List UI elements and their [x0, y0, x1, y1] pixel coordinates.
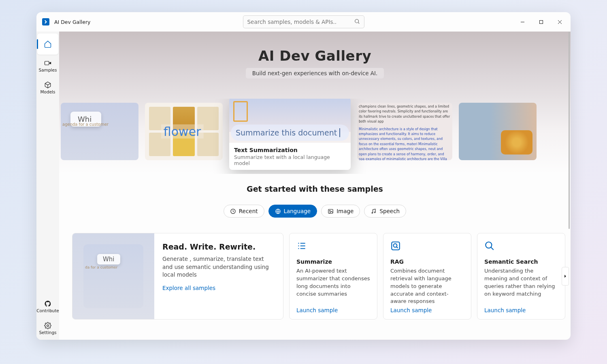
svg-rect-6	[328, 209, 333, 213]
minimize-button[interactable]	[513, 15, 532, 28]
svg-point-9	[375, 212, 376, 213]
nav-label: Samples	[39, 68, 57, 72]
nav-label: Models	[40, 89, 55, 94]
chip-language[interactable]: Language	[268, 205, 317, 218]
card-desc: An AI-powered text summarizer that conde…	[296, 267, 370, 298]
nav-samples[interactable]: Samples	[37, 55, 58, 76]
chip-label: Language	[284, 208, 311, 214]
search-doc-icon	[390, 241, 464, 253]
music-icon	[371, 208, 377, 214]
carousel-featured-card[interactable]: Summarize this document Text Summarizati…	[229, 99, 351, 170]
magnify-icon	[484, 241, 558, 253]
cube-icon	[44, 81, 51, 89]
card-title: Read. Write. Rewrite.	[162, 242, 275, 251]
carousel-card[interactable]: Whi agenda for a customer	[61, 103, 138, 160]
list-icon	[296, 241, 370, 253]
svg-rect-10	[392, 242, 400, 250]
hero: AI Dev Gallery Build next-gen experience…	[59, 32, 571, 174]
maximize-button[interactable]	[532, 15, 550, 28]
carousel-card[interactable]	[459, 103, 537, 160]
hero-title: AI Dev Gallery	[59, 48, 571, 64]
chip-image[interactable]: Image	[321, 205, 360, 218]
thumb-sub: da for a customer	[85, 265, 117, 269]
card-desc: Generate , summarize, translate text and…	[162, 255, 275, 279]
nav-rail: Samples Models Contribute Settings	[36, 32, 59, 340]
nav-contribute[interactable]: Contribute	[37, 296, 58, 317]
close-button[interactable]	[550, 15, 569, 28]
card-thumbnail: Whi da for a customer	[72, 233, 154, 319]
launch-link[interactable]: Launch sample	[390, 307, 464, 313]
launch-link[interactable]: Launch sample	[296, 307, 370, 313]
sample-card-rag[interactable]: RAG Combines document retrieval with lan…	[383, 233, 471, 320]
card-para: champions clean lines, geometric shapes,…	[359, 104, 451, 125]
app-title: AI Dev Gallery	[54, 19, 90, 25]
featured-title: Text Summarization	[234, 147, 346, 153]
clock-icon	[230, 208, 236, 214]
sample-cards: Whi da for a customer Read. Write. Rewri…	[59, 222, 571, 330]
svg-point-12	[486, 242, 492, 248]
search-icon	[354, 18, 360, 26]
card-title: RAG	[390, 258, 464, 265]
featured-sample-card[interactable]: Whi da for a customer Read. Write. Rewri…	[72, 233, 283, 320]
section-title: Get started with these samples	[72, 184, 558, 193]
chip-label: Image	[337, 208, 354, 214]
card-desc: Combines document retrieval with languag…	[390, 267, 464, 305]
sample-card-summarize[interactable]: Summarize An AI-powered text summarizer …	[289, 233, 377, 320]
card-para: Minimalistic architecture is a style of …	[359, 127, 451, 160]
launch-link[interactable]: Launch sample	[484, 307, 558, 313]
sample-card-semantic[interactable]: Semantic Search Understanding the meanin…	[477, 233, 565, 320]
nav-label: Contribute	[36, 308, 59, 313]
nav-settings[interactable]: Settings	[37, 318, 58, 339]
carousel-next-button[interactable]	[562, 267, 569, 286]
explore-link[interactable]: Explore all samples	[162, 285, 215, 291]
svg-point-3	[47, 325, 49, 327]
home-icon	[44, 40, 52, 48]
carousel-card[interactable]: champions clean lines, geometric shapes,…	[357, 103, 452, 160]
search-input[interactable]	[247, 19, 354, 25]
chip-speech[interactable]: Speech	[364, 205, 406, 218]
svg-rect-2	[45, 61, 49, 65]
nav-home[interactable]	[37, 34, 58, 55]
thumb-text: Whi	[97, 254, 120, 265]
card-desc: Understanding the meaning and context of…	[484, 267, 558, 298]
hero-carousel: Whi agenda for a customer flower Summari…	[59, 99, 571, 174]
chip-recent[interactable]: Recent	[224, 205, 264, 218]
image-icon	[328, 208, 334, 214]
gear-icon	[44, 322, 51, 329]
featured-prompt: Summarize this document	[231, 125, 349, 141]
content-area: AI Dev Gallery Build next-gen experience…	[59, 32, 571, 340]
chevron-right-icon	[563, 274, 567, 278]
featured-desc: Summarize text with a local language mod…	[234, 154, 346, 166]
scrollbar[interactable]	[567, 32, 570, 340]
app-icon	[42, 18, 49, 25]
card-title: Semantic Search	[484, 258, 558, 265]
svg-point-0	[355, 19, 358, 23]
nav-models[interactable]: Models	[37, 77, 58, 98]
titlebar: AI Dev Gallery	[36, 12, 571, 32]
card-title: Summarize	[296, 258, 370, 265]
samples-icon	[44, 59, 51, 67]
window-controls	[513, 15, 569, 28]
app-window: AI Dev Gallery Samples	[36, 12, 571, 340]
carousel-card[interactable]: flower	[145, 103, 223, 160]
svg-point-11	[394, 244, 397, 248]
category-chips: Recent Language Image Speech	[72, 205, 558, 218]
hero-subtitle: Build next-gen experiences with on-devic…	[246, 68, 384, 78]
svg-point-7	[330, 210, 331, 212]
search-box[interactable]	[243, 15, 364, 28]
svg-point-8	[372, 212, 373, 214]
nav-label: Settings	[39, 330, 56, 335]
chip-label: Speech	[379, 208, 400, 214]
github-icon	[44, 300, 51, 307]
card-subtext: agenda for a customer	[62, 122, 109, 127]
chip-label: Recent	[239, 208, 258, 214]
card-tag: flower	[161, 125, 204, 139]
svg-rect-1	[539, 20, 543, 23]
language-icon	[275, 208, 281, 214]
